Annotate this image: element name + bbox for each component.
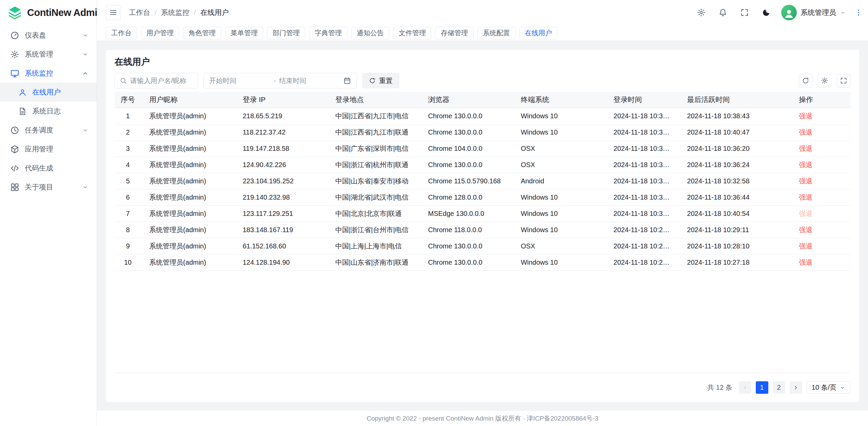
cell-browser: MSEdge 130.0.0.0: [420, 205, 513, 222]
date-end-placeholder: 结束时间: [279, 76, 340, 85]
cell-browser: Chrome 130.0.0.0: [420, 108, 513, 124]
refresh-table-button[interactable]: [799, 74, 812, 87]
cell-index: 7: [115, 205, 141, 222]
cell-last-active: 2024-11-18 10:38:43: [679, 108, 791, 124]
page-button-2[interactable]: 2: [773, 381, 785, 394]
force-logout-link[interactable]: 强退: [799, 210, 812, 217]
sidebar-item-about-project[interactable]: 关于项目: [0, 178, 97, 197]
cell-ip: 61.152.168.60: [235, 238, 327, 254]
table-body: 1 系统管理员(admin) 218.65.5.219 中国|江西省|九江市|电…: [115, 108, 850, 270]
table-row: 10 系统管理员(admin) 124.128.194.90 中国|山东省|济南…: [115, 254, 850, 270]
force-logout-link[interactable]: 强退: [799, 226, 812, 234]
cell-action: 强退: [791, 205, 850, 222]
table-settings-button[interactable]: [818, 74, 831, 87]
chevron-left-icon: [742, 385, 748, 391]
cell-nickname: 系统管理员(admin): [141, 238, 235, 254]
cell-last-active: 2024-11-18 10:40:54: [679, 205, 791, 222]
column-header-login-time: 登录时间: [605, 92, 679, 108]
user-menu[interactable]: 系统管理员: [781, 5, 846, 20]
tab-online-users[interactable]: 在线用户: [519, 27, 557, 39]
settings-button[interactable]: [694, 6, 708, 19]
column-header-nickname: 用户昵称: [141, 92, 235, 108]
cell-action: 强退: [791, 157, 850, 173]
refresh-icon: [369, 77, 376, 84]
column-header-location: 登录地点: [327, 92, 420, 108]
force-logout-link[interactable]: 强退: [799, 259, 812, 266]
sidebar-item-task-schedule[interactable]: 任务调度: [0, 121, 97, 140]
bell-icon: [718, 8, 727, 17]
more-vertical-icon: [854, 8, 863, 17]
cell-action: 强退: [791, 189, 850, 205]
sidebar-subitem-online-users[interactable]: 在线用户: [0, 83, 97, 102]
tab-user-management[interactable]: 用户管理: [141, 27, 179, 39]
monitor-icon: [10, 69, 19, 78]
tab-menu-management[interactable]: 菜单管理: [225, 27, 263, 39]
tab-department-management[interactable]: 部门管理: [267, 27, 305, 39]
chevron-up-icon: [82, 70, 88, 77]
prev-page-button[interactable]: [739, 381, 751, 394]
chevron-right-icon: [793, 385, 799, 391]
force-logout-link[interactable]: 强退: [799, 177, 812, 185]
tab-dictionary-management[interactable]: 字典管理: [309, 27, 347, 39]
page-button-1[interactable]: 1: [756, 381, 768, 394]
more-menu-button[interactable]: [854, 8, 863, 17]
sidebar-item-code-generation[interactable]: 代码生成: [0, 159, 97, 178]
cell-location: 中国|湖北省|武汉市|电信: [327, 189, 420, 205]
table-row: 4 系统管理员(admin) 124.90.42.226 中国|浙江省|杭州市|…: [115, 157, 850, 173]
page-size-select[interactable]: 10 条/页: [807, 381, 850, 394]
chevron-down-icon: [82, 184, 88, 190]
cell-os: OSX: [513, 157, 605, 173]
sidebar-item-dashboard[interactable]: 仪表盘: [0, 26, 97, 45]
cell-last-active: 2024-11-18 10:29:11: [679, 222, 791, 238]
force-logout-link[interactable]: 强退: [799, 112, 812, 120]
reset-button[interactable]: 重置: [362, 73, 399, 88]
menu-collapse-button[interactable]: [106, 5, 121, 20]
sidebar-item-system-management[interactable]: 系统管理: [0, 45, 97, 64]
date-range-picker[interactable]: 开始时间 - 结束时间: [203, 73, 357, 88]
notifications-button[interactable]: [716, 6, 730, 19]
tab-notice[interactable]: 通知公告: [351, 27, 389, 39]
online-users-card: 在线用户 开始时间 - 结束时间 重置: [106, 50, 859, 402]
force-logout-link[interactable]: 强退: [799, 161, 812, 168]
sidebar-item-label: 系统管理: [25, 49, 77, 59]
cell-browser: Chrome 130.0.0.0: [420, 238, 513, 254]
fullscreen-button[interactable]: [738, 6, 751, 19]
cell-action: 强退: [791, 124, 850, 140]
next-page-button[interactable]: [790, 381, 802, 394]
table-fullscreen-button[interactable]: [837, 74, 850, 87]
tab-workbench[interactable]: 工作台: [106, 27, 137, 39]
cell-last-active: 2024-11-18 10:36:44: [679, 189, 791, 205]
pagination-total: 共 12 条: [707, 383, 732, 392]
sidebar-item-label: 代码生成: [25, 163, 88, 173]
force-logout-link[interactable]: 强退: [799, 194, 812, 201]
cell-index: 9: [115, 238, 141, 254]
table-header-row: 序号 用户昵称 登录 IP 登录地点 浏览器 终端系统 登录时间 最后活跃时间 …: [115, 92, 850, 108]
cell-nickname: 系统管理员(admin): [141, 205, 235, 222]
sidebar-subitem-system-logs[interactable]: 系统日志: [0, 102, 97, 121]
tab-role-management[interactable]: 角色管理: [183, 27, 221, 39]
cell-action: 强退: [791, 254, 850, 270]
fullscreen-icon: [840, 77, 847, 84]
force-logout-link[interactable]: 强退: [799, 128, 812, 136]
app-logo[interactable]: ContiNew Admin: [0, 0, 97, 25]
sidebar-item-app-management[interactable]: 应用管理: [0, 140, 97, 159]
column-header-ip: 登录 IP: [235, 92, 327, 108]
breadcrumb-item[interactable]: 系统监控: [161, 8, 190, 17]
tab-storage-management[interactable]: 存储管理: [435, 27, 473, 39]
search-input[interactable]: [130, 77, 193, 85]
cell-index: 2: [115, 124, 141, 140]
tab-system-config[interactable]: 系统配置: [477, 27, 515, 39]
sidebar-item-system-monitor[interactable]: 系统监控: [0, 64, 97, 83]
cell-index: 6: [115, 189, 141, 205]
breadcrumb-item-current: 在线用户: [200, 8, 229, 17]
table-row: 3 系统管理员(admin) 119.147.218.58 中国|广东省|深圳市…: [115, 140, 850, 157]
tab-file-management[interactable]: 文件管理: [393, 27, 431, 39]
force-logout-link[interactable]: 强退: [799, 145, 812, 152]
cell-login-time: 2024-11-18 10:26:44: [605, 238, 679, 254]
cell-browser: Chrome 118.0.0.0: [420, 222, 513, 238]
breadcrumb-item[interactable]: 工作台: [129, 8, 150, 17]
dark-mode-toggle[interactable]: [760, 6, 773, 19]
dashboard-icon: [10, 31, 19, 40]
force-logout-link[interactable]: 强退: [799, 242, 812, 250]
search-icon: [120, 77, 127, 84]
